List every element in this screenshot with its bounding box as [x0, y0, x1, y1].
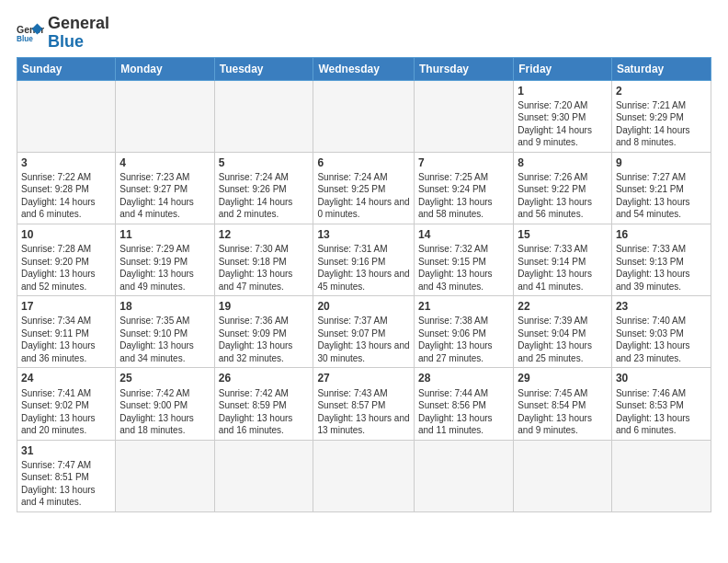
calendar-cell: 2Sunrise: 7:21 AMSunset: 9:29 PMDaylight… [611, 80, 711, 152]
logo-general-text: General [48, 15, 109, 33]
day-info: Sunrise: 7:21 AMSunset: 9:29 PMDaylight:… [616, 99, 707, 149]
day-info: Sunrise: 7:30 AMSunset: 9:18 PMDaylight:… [219, 243, 310, 293]
calendar-cell: 14Sunrise: 7:32 AMSunset: 9:15 PMDayligh… [414, 224, 513, 295]
weekday-header-monday: Monday [116, 57, 214, 80]
day-number: 16 [616, 227, 707, 242]
weekday-header-row: SundayMondayTuesdayWednesdayThursdayFrid… [17, 57, 711, 80]
week-row-4: 24Sunrise: 7:41 AMSunset: 9:02 PMDayligh… [17, 368, 711, 440]
day-number: 18 [119, 299, 210, 314]
day-number: 19 [219, 299, 310, 314]
day-info: Sunrise: 7:38 AMSunset: 9:06 PMDaylight:… [418, 315, 509, 364]
day-number: 20 [317, 299, 410, 314]
logo-blue-text: Blue [48, 33, 109, 52]
day-number: 3 [21, 155, 111, 170]
day-info: Sunrise: 7:43 AMSunset: 8:57 PMDaylight:… [317, 387, 410, 437]
day-number: 25 [119, 371, 210, 385]
day-number: 7 [418, 155, 509, 170]
calendar-cell: 13Sunrise: 7:31 AMSunset: 9:16 PMDayligh… [313, 224, 415, 295]
calendar-cell: 4Sunrise: 7:23 AMSunset: 9:27 PMDaylight… [116, 152, 214, 224]
calendar-cell: 8Sunrise: 7:26 AMSunset: 9:22 PMDaylight… [514, 152, 612, 224]
day-number: 30 [616, 371, 707, 385]
day-number: 29 [518, 371, 608, 385]
logo: General Blue General Blue [17, 15, 109, 52]
day-number: 2 [616, 84, 707, 98]
day-number: 31 [21, 443, 111, 458]
header-area: General Blue General Blue [17, 15, 711, 52]
calendar-cell: 15Sunrise: 7:33 AMSunset: 9:14 PMDayligh… [514, 224, 612, 295]
day-info: Sunrise: 7:36 AMSunset: 9:09 PMDaylight:… [219, 315, 310, 364]
day-info: Sunrise: 7:46 AMSunset: 8:53 PMDaylight:… [616, 387, 707, 437]
calendar-cell: 23Sunrise: 7:40 AMSunset: 9:03 PMDayligh… [611, 296, 711, 368]
week-row-1: 3Sunrise: 7:22 AMSunset: 9:28 PMDaylight… [17, 152, 711, 224]
calendar-cell: 19Sunrise: 7:36 AMSunset: 9:09 PMDayligh… [214, 296, 313, 368]
calendar-cell: 27Sunrise: 7:43 AMSunset: 8:57 PMDayligh… [313, 368, 415, 440]
day-number: 22 [518, 299, 608, 314]
calendar-cell [611, 440, 711, 511]
day-info: Sunrise: 7:29 AMSunset: 9:19 PMDaylight:… [119, 243, 210, 293]
day-info: Sunrise: 7:28 AMSunset: 9:20 PMDaylight:… [21, 243, 111, 293]
day-number: 9 [616, 155, 707, 170]
generalblue-logo-icon: General Blue [17, 22, 44, 44]
day-number: 11 [119, 227, 210, 242]
calendar-cell: 3Sunrise: 7:22 AMSunset: 9:28 PMDaylight… [17, 152, 116, 224]
calendar-cell [214, 80, 313, 152]
weekday-header-thursday: Thursday [414, 57, 513, 80]
calendar-cell: 17Sunrise: 7:34 AMSunset: 9:11 PMDayligh… [17, 296, 116, 368]
day-info: Sunrise: 7:26 AMSunset: 9:22 PMDaylight:… [518, 171, 608, 221]
week-row-5: 31Sunrise: 7:47 AMSunset: 8:51 PMDayligh… [17, 440, 711, 511]
calendar-cell: 21Sunrise: 7:38 AMSunset: 9:06 PMDayligh… [414, 296, 513, 368]
weekday-header-friday: Friday [514, 57, 612, 80]
day-info: Sunrise: 7:39 AMSunset: 9:04 PMDaylight:… [518, 315, 608, 364]
day-info: Sunrise: 7:22 AMSunset: 9:28 PMDaylight:… [21, 171, 111, 221]
calendar-cell: 16Sunrise: 7:33 AMSunset: 9:13 PMDayligh… [611, 224, 711, 295]
week-row-2: 10Sunrise: 7:28 AMSunset: 9:20 PMDayligh… [17, 224, 711, 295]
day-info: Sunrise: 7:25 AMSunset: 9:24 PMDaylight:… [418, 171, 509, 221]
calendar-cell: 20Sunrise: 7:37 AMSunset: 9:07 PMDayligh… [313, 296, 415, 368]
page: General Blue General Blue SundayMondayTu… [0, 0, 728, 563]
calendar-cell [414, 440, 513, 511]
day-number: 23 [616, 299, 707, 314]
calendar-cell: 12Sunrise: 7:30 AMSunset: 9:18 PMDayligh… [214, 224, 313, 295]
day-info: Sunrise: 7:42 AMSunset: 9:00 PMDaylight:… [119, 387, 210, 437]
day-info: Sunrise: 7:40 AMSunset: 9:03 PMDaylight:… [616, 315, 707, 364]
calendar-cell: 10Sunrise: 7:28 AMSunset: 9:20 PMDayligh… [17, 224, 116, 295]
day-info: Sunrise: 7:42 AMSunset: 8:59 PMDaylight:… [219, 387, 310, 437]
calendar-cell: 9Sunrise: 7:27 AMSunset: 9:21 PMDaylight… [611, 152, 711, 224]
day-info: Sunrise: 7:24 AMSunset: 9:26 PMDaylight:… [219, 171, 310, 221]
calendar-cell: 6Sunrise: 7:24 AMSunset: 9:25 PMDaylight… [313, 152, 415, 224]
calendar-cell [214, 440, 313, 511]
day-number: 17 [21, 299, 111, 314]
weekday-header-tuesday: Tuesday [214, 57, 313, 80]
day-number: 5 [219, 155, 310, 170]
day-number: 26 [219, 371, 310, 385]
calendar-cell: 26Sunrise: 7:42 AMSunset: 8:59 PMDayligh… [214, 368, 313, 440]
calendar-cell: 31Sunrise: 7:47 AMSunset: 8:51 PMDayligh… [17, 440, 116, 511]
calendar-cell: 1Sunrise: 7:20 AMSunset: 9:30 PMDaylight… [514, 80, 612, 152]
calendar-cell: 7Sunrise: 7:25 AMSunset: 9:24 PMDaylight… [414, 152, 513, 224]
day-number: 1 [518, 84, 608, 98]
day-number: 10 [21, 227, 111, 242]
day-number: 21 [418, 299, 509, 314]
calendar-cell: 24Sunrise: 7:41 AMSunset: 9:02 PMDayligh… [17, 368, 116, 440]
day-info: Sunrise: 7:20 AMSunset: 9:30 PMDaylight:… [518, 99, 608, 149]
calendar-cell [414, 80, 513, 152]
calendar-cell [313, 80, 415, 152]
calendar-cell: 11Sunrise: 7:29 AMSunset: 9:19 PMDayligh… [116, 224, 214, 295]
day-number: 15 [518, 227, 608, 242]
day-info: Sunrise: 7:32 AMSunset: 9:15 PMDaylight:… [418, 243, 509, 293]
day-info: Sunrise: 7:44 AMSunset: 8:56 PMDaylight:… [418, 387, 509, 437]
calendar-table: SundayMondayTuesdayWednesdayThursdayFrid… [17, 57, 711, 512]
day-info: Sunrise: 7:24 AMSunset: 9:25 PMDaylight:… [317, 171, 410, 221]
week-row-0: 1Sunrise: 7:20 AMSunset: 9:30 PMDaylight… [17, 80, 711, 152]
calendar-cell [116, 80, 214, 152]
day-info: Sunrise: 7:23 AMSunset: 9:27 PMDaylight:… [119, 171, 210, 221]
calendar-cell [514, 440, 612, 511]
calendar-cell: 18Sunrise: 7:35 AMSunset: 9:10 PMDayligh… [116, 296, 214, 368]
calendar-cell: 29Sunrise: 7:45 AMSunset: 8:54 PMDayligh… [514, 368, 612, 440]
day-info: Sunrise: 7:34 AMSunset: 9:11 PMDaylight:… [21, 315, 111, 364]
day-info: Sunrise: 7:31 AMSunset: 9:16 PMDaylight:… [317, 243, 410, 293]
day-info: Sunrise: 7:47 AMSunset: 8:51 PMDaylight:… [21, 459, 111, 509]
calendar-cell [313, 440, 415, 511]
day-number: 6 [317, 155, 410, 170]
calendar-cell: 5Sunrise: 7:24 AMSunset: 9:26 PMDaylight… [214, 152, 313, 224]
